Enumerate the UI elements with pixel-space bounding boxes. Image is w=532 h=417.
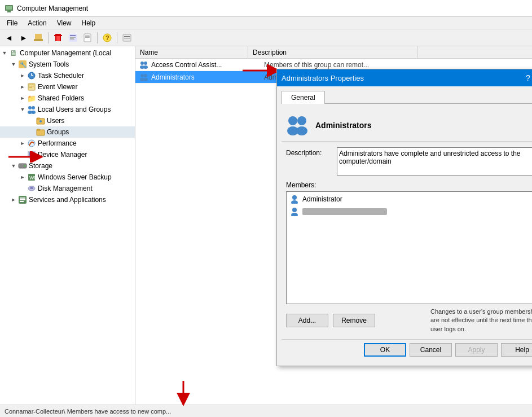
apply-button[interactable]: Apply [455,343,498,357]
svg-rect-18 [85,35,90,36]
svg-rect-5 [34,39,43,41]
sidebar-item-task-scheduler[interactable]: ► Task Scheduler [0,70,135,81]
svg-rect-58 [20,201,24,202]
group-name-label: Administrators [315,121,372,130]
ok-button[interactable]: OK [364,343,406,357]
description-field[interactable] [337,147,532,175]
svg-point-50 [24,165,26,167]
svg-point-65 [144,74,147,77]
help-button[interactable]: Help [501,343,532,357]
disk-management-icon [27,184,36,193]
local-users-groups-icon [27,105,36,114]
expand-root[interactable]: ▼ [0,49,9,58]
svg-point-72 [291,200,298,204]
expand-services-applications[interactable]: ► [9,195,18,204]
member-user-icon-2 [290,207,299,216]
expand-system-tools[interactable]: ▼ [9,60,18,69]
members-list[interactable]: Administrator [286,191,532,304]
expand-storage[interactable]: ▼ [9,161,18,170]
main-layout: ▼ 🖥 Computer Management (Local ▼ 🔧 Syste… [0,46,532,405]
svg-rect-9 [60,36,61,41]
administrators-icon [138,72,149,83]
menu-help[interactable]: Help [77,18,100,28]
member-item-administrator[interactable]: Administrator [288,193,532,205]
svg-point-62 [143,65,148,69]
dialog-help-titlebar-button[interactable]: ? [522,72,532,84]
add-remove-area: Add... Remove Changes to a user's group … [282,304,532,337]
member-user-icon [290,195,299,204]
sidebar-storage-label: Storage [29,162,52,170]
list-header: Name Description [135,46,532,59]
toolbar-properties-button[interactable] [66,31,80,45]
sidebar-event-viewer-label: Event Viewer [38,83,77,91]
toolbar-delete-button[interactable] [51,31,65,45]
groups-folder-icon [36,128,45,137]
computer-icon: 🖥 [9,49,18,58]
menu-bar: File Action View Help [0,17,532,29]
expand-shared-folders[interactable]: ► [18,94,27,103]
svg-point-61 [144,62,147,65]
toolbar-extra-button[interactable] [120,31,134,45]
expand-event-viewer[interactable]: ► [18,82,27,91]
cancel-button[interactable]: Cancel [410,343,452,357]
svg-rect-2 [7,11,11,12]
sidebar-item-root[interactable]: ▼ 🖥 Computer Management (Local [0,47,135,59]
svg-point-35 [28,106,32,109]
expand-windows-server-backup[interactable]: ► [18,173,27,182]
toolbar-separator-2 [97,32,98,43]
menu-action[interactable]: Action [23,18,51,28]
toolbar-separator-3 [117,32,117,43]
svg-rect-6 [55,34,61,35]
expand-local-users-groups[interactable]: ▼ [18,105,27,114]
expand-task-scheduler[interactable]: ► [18,71,27,80]
sidebar-item-users[interactable]: ► Users [0,115,135,126]
column-name[interactable]: Name [135,46,248,58]
svg-rect-1 [6,6,12,10]
remove-button[interactable]: Remove [333,314,375,327]
svg-point-66 [143,78,148,81]
svg-rect-57 [20,199,25,200]
member-administrator-name: Administrator [302,195,342,203]
tab-bar: General [282,91,532,104]
toolbar-help-button[interactable]: ? [100,31,114,45]
svg-rect-4 [35,34,42,39]
member-item-blurred[interactable] [288,205,532,218]
sidebar-item-performance[interactable]: ► Performance [0,138,135,149]
svg-rect-25 [124,38,130,38]
sidebar-item-event-viewer[interactable]: ► Event Viewer [0,81,135,93]
tab-general[interactable]: General [282,91,325,104]
sidebar-item-windows-server-backup[interactable]: ► WB Windows Server Backup [0,172,135,183]
toolbar: ◄ ► ? [0,29,532,46]
sidebar-groups-label: Groups [47,128,69,136]
sidebar-local-users-groups-label: Local Users and Groups [38,106,111,113]
expand-performance[interactable]: ► [18,139,27,148]
menu-view[interactable]: View [52,18,76,28]
status-text: Connamar-Collecteur\ Members have access… [5,408,171,415]
svg-rect-8 [55,36,56,41]
sidebar-item-system-tools[interactable]: ▼ 🔧 System Tools [0,59,135,70]
svg-rect-46 [29,152,34,156]
toolbar-forward-button[interactable]: ► [17,31,30,45]
sidebar-item-disk-management[interactable]: ► Disk Management [0,183,135,194]
menu-file[interactable]: File [2,18,22,28]
sidebar-item-shared-folders[interactable]: ► 📁 Shared Folders [0,93,135,104]
event-viewer-icon [27,82,36,91]
svg-rect-47 [30,157,33,158]
column-description[interactable]: Description [248,46,417,58]
sidebar-item-local-users-groups[interactable]: ▼ Local Users and Groups [0,104,135,115]
windows-server-backup-icon: WB [27,173,36,182]
sidebar-item-device-manager[interactable]: ► Device Manager [0,149,135,160]
sidebar-root-label: Computer Management (Local [20,49,111,57]
toolbar-up-button[interactable] [32,31,45,45]
content-area: Name Description Access Control Assist..… [135,46,532,405]
sidebar-item-storage[interactable]: ▼ Storage [0,160,135,172]
sidebar-item-services-applications[interactable]: ► Services and Applications [0,194,135,205]
sidebar-item-groups[interactable]: ► Groups [0,126,135,138]
sidebar-performance-label: Performance [38,139,77,147]
add-button[interactable]: Add... [286,314,328,327]
app-title: Computer Management [17,5,88,12]
svg-text:?: ? [105,34,109,41]
toolbar-export-button[interactable] [81,31,94,45]
toolbar-back-button[interactable]: ◄ [2,31,16,45]
svg-rect-15 [70,38,74,39]
